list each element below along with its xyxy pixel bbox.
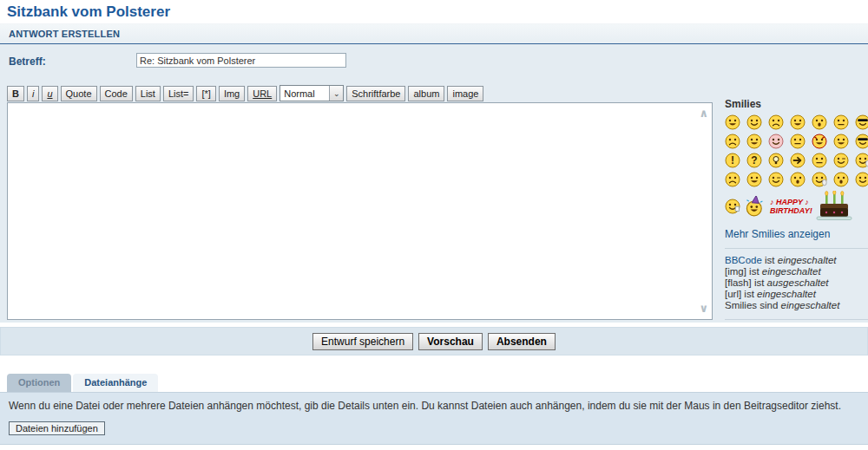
smiley-twisted-evil[interactable]	[812, 134, 827, 149]
status-name: [flash]	[725, 277, 752, 288]
subject-input[interactable]	[136, 53, 346, 68]
smiley-birthday-cake[interactable]	[816, 191, 852, 222]
smiley-party[interactable]	[744, 196, 766, 217]
status-state: eingeschaltet	[757, 289, 816, 299]
smiley-embarrassed[interactable]	[725, 134, 740, 149]
smiley-annoyed[interactable]	[790, 134, 806, 149]
divider	[725, 248, 868, 249]
smiley-grin[interactable]	[790, 114, 806, 130]
smiley-exclaim[interactable]: !	[725, 153, 740, 168]
smiley-row	[725, 132, 868, 151]
bbcode-buttons: BiuQuoteCodeListList=[*]ImgURL	[7, 86, 277, 101]
image-button[interactable]: image	[447, 86, 483, 101]
smiley-row	[725, 113, 868, 132]
smiley-drool[interactable]	[746, 172, 762, 187]
bbcode-toolbar: BiuQuoteCodeListList=[*]ImgURL Normal ⌄ …	[7, 85, 483, 101]
smiley-sad[interactable]	[768, 114, 784, 130]
scroll-up-icon[interactable]: ∧	[699, 108, 708, 119]
svg-text:!: !	[731, 154, 734, 166]
attachments-description: Wenn du eine Datei oder mehrere Dateien …	[0, 393, 868, 412]
smiley-evil-cool[interactable]	[855, 134, 868, 149]
tab-optionen[interactable]: Optionen	[7, 374, 71, 392]
smiley-rolleyes[interactable]	[833, 172, 849, 187]
u-button[interactable]: u	[42, 86, 57, 101]
smiley-sleepy[interactable]	[725, 172, 740, 187]
smiley-idea[interactable]	[768, 153, 784, 168]
bbcode-status: BBCode ist eingeschaltet[img] ist einges…	[725, 255, 868, 311]
message-textarea[interactable]	[10, 105, 694, 317]
status-state: eingeschaltet	[762, 266, 821, 277]
smiley-question[interactable]: ?	[746, 153, 762, 168]
status-line: [url] ist eingeschaltet	[725, 289, 868, 300]
url-button[interactable]: URL	[247, 86, 277, 101]
status-line: BBCode ist eingeschaltet	[725, 255, 868, 266]
chevron-down-icon: ⌄	[329, 86, 343, 101]
smiley-cheers[interactable]	[725, 199, 740, 214]
album-button[interactable]: album	[408, 86, 444, 101]
smilies-title: Smilies	[725, 98, 868, 110]
smilies-birthday-row: ♪ HAPPY ♪BIRTHDAY!	[725, 191, 868, 222]
message-editor: ∧ ∨	[7, 102, 713, 320]
list-button[interactable]: List	[135, 86, 161, 101]
list-button[interactable]: List=	[163, 86, 194, 101]
status-line: [flash] ist ausgeschaltet	[725, 277, 868, 289]
status-line: Smilies sind eingeschaltet	[725, 300, 868, 311]
listitem-button[interactable]: [*]	[196, 86, 215, 101]
status-state: eingeschaltet	[778, 255, 837, 265]
smilies-grid: !?	[725, 113, 868, 189]
font-size-value: Normal	[280, 88, 329, 99]
quote-button[interactable]: Quote	[61, 86, 97, 101]
smiley-point[interactable]	[768, 172, 784, 187]
img-button[interactable]: Img	[219, 86, 245, 101]
happy-birthday-text: ♪ HAPPY ♪BIRTHDAY!	[770, 198, 812, 215]
smiley-wink[interactable]	[833, 153, 849, 168]
divider	[725, 319, 868, 320]
smiley-shocked[interactable]	[833, 114, 849, 130]
smiley-row: !?	[725, 151, 868, 170]
status-line: [img] ist eingeschaltet	[725, 266, 868, 277]
smiley-laughing[interactable]	[833, 134, 849, 149]
smiley-pray[interactable]	[855, 153, 868, 168]
subject-label: Betreff:	[9, 55, 46, 68]
i-button[interactable]: i	[27, 86, 39, 101]
smiley-whistle[interactable]	[790, 172, 806, 187]
attachments-panel: Wenn du eine Datei oder mehrere Dateien …	[0, 392, 868, 445]
svg-text:?: ?	[751, 154, 757, 166]
smiley-blush[interactable]	[768, 134, 784, 149]
status-name[interactable]: BBCode	[725, 255, 762, 265]
status-name: [img]	[725, 266, 746, 277]
smiley-cheesy[interactable]	[855, 172, 868, 187]
submit-button[interactable]: Absenden	[488, 333, 556, 350]
tab-dateianhaenge[interactable]: Dateianhänge	[73, 374, 158, 392]
code-button[interactable]: Code	[100, 86, 133, 101]
page-title: Sitzbank vom Polsterer	[7, 3, 170, 21]
smiley-row	[725, 170, 868, 189]
smiley-arrow[interactable]	[790, 153, 806, 168]
status-state: ausgeschaltet	[767, 277, 829, 288]
b-button[interactable]: B	[7, 86, 24, 101]
smiley-beg[interactable]	[812, 172, 827, 187]
panel-header: ANTWORT ERSTELLEN	[0, 24, 868, 44]
font-size-select[interactable]: Normal ⌄	[279, 85, 344, 101]
smiley-neutral[interactable]	[812, 153, 827, 168]
add-files-button[interactable]: Dateien hinzufügen	[9, 421, 105, 435]
more-smilies-link[interactable]: Mehr Smilies anzeigen	[725, 228, 868, 240]
smilies-panel: Smilies !? ♪ HAPPY ♪BIRTHDAY! Mehr Smili…	[725, 98, 868, 342]
smiley-surprised[interactable]	[812, 114, 827, 130]
status-state: eingeschaltet	[781, 300, 840, 310]
preview-button[interactable]: Vorschau	[418, 333, 483, 350]
smiley-smile[interactable]	[746, 114, 762, 130]
status-name: [url]	[725, 289, 741, 299]
submit-bar: Entwurf speichern Vorschau Absenden	[0, 327, 868, 355]
scroll-down-icon[interactable]: ∨	[699, 303, 708, 314]
schriftfarbe-button[interactable]: Schriftfarbe	[346, 86, 405, 101]
save-draft-button[interactable]: Entwurf speichern	[312, 333, 413, 350]
smiley-very-happy[interactable]	[725, 114, 740, 130]
smiley-tongue[interactable]	[746, 134, 762, 149]
smiley-cool[interactable]	[855, 114, 868, 130]
attachment-tabs: Optionen Dateianhänge	[7, 374, 158, 392]
status-name: Smilies	[725, 300, 757, 310]
